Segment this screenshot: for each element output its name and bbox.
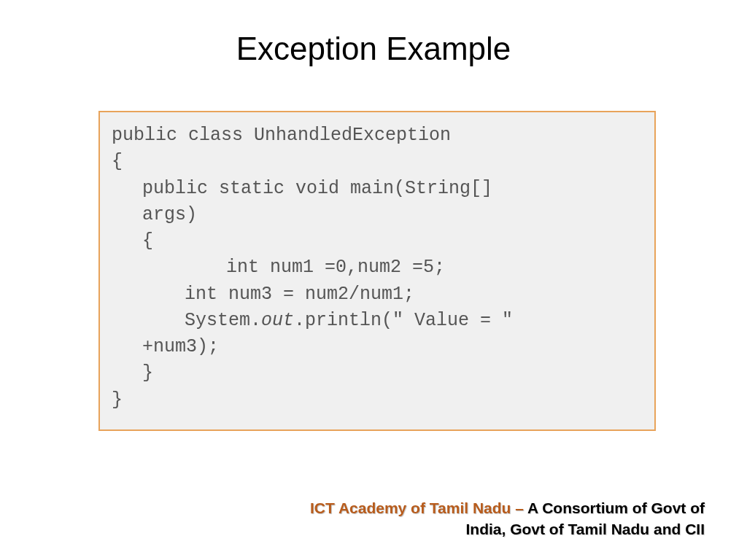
code-line: { [112, 149, 643, 175]
footer-line-1: ICT Academy of Tamil Nadu – A Consortium… [310, 498, 705, 518]
code-line: args) [112, 202, 643, 228]
code-line: int num3 = num2/num1; [112, 281, 643, 308]
code-line: int num1 =0,num2 =5; [112, 254, 643, 281]
code-line: public static void main(String[] [112, 176, 643, 202]
code-line: public class UnhandledException [112, 122, 643, 149]
code-line: { [112, 228, 643, 254]
footer-line-2: India, Govt of Tamil Nadu and CII [310, 519, 705, 540]
code-line: +num3); [112, 334, 643, 360]
code-line: } [112, 360, 643, 386]
code-block: public class UnhandledException { public… [98, 111, 656, 431]
code-line: } [112, 387, 643, 413]
code-line: System.out.println(" Value = " [112, 308, 643, 334]
slide-footer: ICT Academy of Tamil Nadu – A Consortium… [310, 498, 705, 540]
slide-title: Exception Example [0, 0, 747, 89]
